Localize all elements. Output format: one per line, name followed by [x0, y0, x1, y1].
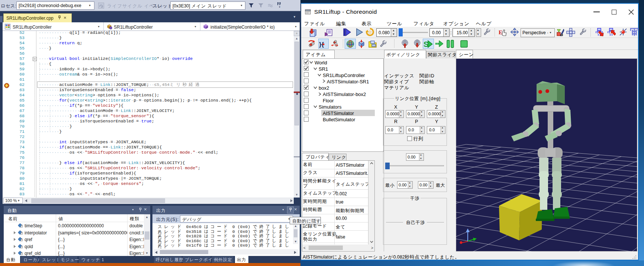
svg-text:E: E [499, 29, 502, 35]
